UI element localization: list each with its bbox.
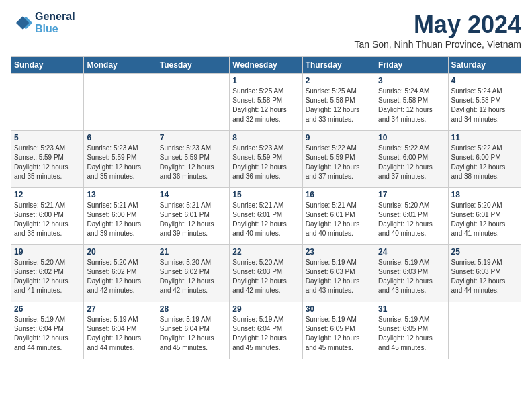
day-number: 16: [306, 190, 372, 199]
calendar-week-row: 1Sunrise: 5:25 AMSunset: 5:58 PMDaylight…: [11, 74, 521, 131]
day-info: Sunrise: 5:20 AMSunset: 6:02 PMDaylight:…: [14, 258, 81, 295]
table-row: 24Sunrise: 5:19 AMSunset: 6:03 PMDayligh…: [375, 245, 448, 302]
day-info: Sunrise: 5:20 AMSunset: 6:03 PMDaylight:…: [232, 258, 299, 295]
day-info: Sunrise: 5:19 AMSunset: 6:03 PMDaylight:…: [378, 258, 445, 295]
table-row: 25Sunrise: 5:19 AMSunset: 6:03 PMDayligh…: [448, 245, 521, 302]
table-row: 29Sunrise: 5:19 AMSunset: 6:04 PMDayligh…: [230, 302, 302, 359]
table-row: [11, 74, 84, 131]
day-number: 2: [306, 76, 372, 85]
table-row: 19Sunrise: 5:20 AMSunset: 6:02 PMDayligh…: [11, 245, 84, 302]
table-row: [157, 74, 229, 131]
calendar-table: Sunday Monday Tuesday Wednesday Thursday…: [11, 56, 521, 359]
day-info: Sunrise: 5:20 AMSunset: 6:02 PMDaylight:…: [160, 258, 226, 295]
day-info: Sunrise: 5:21 AMSunset: 6:01 PMDaylight:…: [160, 201, 226, 238]
col-tuesday: Tuesday: [157, 57, 229, 74]
table-row: 23Sunrise: 5:19 AMSunset: 6:03 PMDayligh…: [302, 245, 375, 302]
day-info: Sunrise: 5:20 AMSunset: 6:01 PMDaylight:…: [378, 201, 445, 238]
table-row: 31Sunrise: 5:19 AMSunset: 6:05 PMDayligh…: [375, 302, 448, 359]
table-row: 9Sunrise: 5:22 AMSunset: 5:59 PMDaylight…: [302, 131, 375, 188]
day-number: 1: [232, 76, 299, 85]
day-info: Sunrise: 5:19 AMSunset: 6:03 PMDaylight:…: [451, 258, 518, 295]
day-info: Sunrise: 5:21 AMSunset: 6:01 PMDaylight:…: [232, 201, 299, 238]
day-number: 24: [378, 247, 445, 257]
day-number: 18: [451, 190, 518, 199]
day-info: Sunrise: 5:19 AMSunset: 6:04 PMDaylight:…: [14, 315, 81, 353]
calendar-week-row: 5Sunrise: 5:23 AMSunset: 5:59 PMDaylight…: [11, 131, 521, 188]
day-number: 22: [232, 247, 299, 257]
day-number: 31: [378, 304, 445, 314]
day-info: Sunrise: 5:25 AMSunset: 5:58 PMDaylight:…: [306, 87, 372, 124]
col-friday: Friday: [375, 57, 448, 74]
day-info: Sunrise: 5:22 AMSunset: 5:59 PMDaylight:…: [306, 144, 372, 181]
day-info: Sunrise: 5:19 AMSunset: 6:04 PMDaylight:…: [160, 315, 226, 353]
day-info: Sunrise: 5:24 AMSunset: 5:58 PMDaylight:…: [451, 87, 518, 124]
location-title: Tan Son, Ninh Thuan Province, Vietnam: [354, 39, 521, 50]
table-row: 7Sunrise: 5:23 AMSunset: 5:59 PMDaylight…: [157, 131, 229, 188]
table-row: 2Sunrise: 5:25 AMSunset: 5:58 PMDaylight…: [302, 74, 375, 131]
day-info: Sunrise: 5:20 AMSunset: 6:02 PMDaylight:…: [87, 258, 153, 295]
day-info: Sunrise: 5:21 AMSunset: 6:00 PMDaylight:…: [14, 201, 81, 238]
table-row: 11Sunrise: 5:22 AMSunset: 6:00 PMDayligh…: [448, 131, 521, 188]
day-info: Sunrise: 5:19 AMSunset: 6:03 PMDaylight:…: [306, 258, 372, 295]
calendar-week-row: 12Sunrise: 5:21 AMSunset: 6:00 PMDayligh…: [11, 188, 521, 245]
day-number: 21: [160, 247, 226, 257]
day-info: Sunrise: 5:23 AMSunset: 5:59 PMDaylight:…: [160, 144, 226, 181]
day-number: 11: [451, 133, 518, 142]
day-number: 17: [378, 190, 445, 199]
day-info: Sunrise: 5:19 AMSunset: 6:05 PMDaylight:…: [306, 315, 372, 353]
day-number: 9: [306, 133, 372, 142]
day-info: Sunrise: 5:19 AMSunset: 6:04 PMDaylight:…: [232, 315, 299, 353]
day-info: Sunrise: 5:21 AMSunset: 6:00 PMDaylight:…: [87, 201, 153, 238]
day-info: Sunrise: 5:24 AMSunset: 5:58 PMDaylight:…: [378, 87, 445, 124]
table-row: 15Sunrise: 5:21 AMSunset: 6:01 PMDayligh…: [230, 188, 302, 245]
day-number: 30: [306, 304, 372, 314]
table-row: 3Sunrise: 5:24 AMSunset: 5:58 PMDaylight…: [375, 74, 448, 131]
table-row: 10Sunrise: 5:22 AMSunset: 6:00 PMDayligh…: [375, 131, 448, 188]
table-row: 28Sunrise: 5:19 AMSunset: 6:04 PMDayligh…: [157, 302, 229, 359]
table-row: 26Sunrise: 5:19 AMSunset: 6:04 PMDayligh…: [11, 302, 84, 359]
calendar-header-row: Sunday Monday Tuesday Wednesday Thursday…: [11, 57, 521, 74]
title-area: May 2024 Tan Son, Ninh Thuan Province, V…: [354, 11, 521, 50]
day-number: 12: [14, 190, 81, 199]
day-number: 6: [87, 133, 153, 142]
table-row: 6Sunrise: 5:23 AMSunset: 5:59 PMDaylight…: [84, 131, 157, 188]
day-number: 27: [87, 304, 153, 314]
table-row: 12Sunrise: 5:21 AMSunset: 6:00 PMDayligh…: [11, 188, 84, 245]
day-number: 14: [160, 190, 226, 199]
table-row: 21Sunrise: 5:20 AMSunset: 6:02 PMDayligh…: [157, 245, 229, 302]
table-row: 30Sunrise: 5:19 AMSunset: 6:05 PMDayligh…: [302, 302, 375, 359]
table-row: 16Sunrise: 5:21 AMSunset: 6:01 PMDayligh…: [302, 188, 375, 245]
table-row: 22Sunrise: 5:20 AMSunset: 6:03 PMDayligh…: [230, 245, 302, 302]
day-number: 20: [87, 247, 153, 257]
day-number: 26: [14, 304, 81, 314]
day-info: Sunrise: 5:25 AMSunset: 5:58 PMDaylight:…: [232, 87, 299, 124]
day-number: 28: [160, 304, 226, 314]
logo-icon: [11, 12, 32, 34]
calendar-week-row: 26Sunrise: 5:19 AMSunset: 6:04 PMDayligh…: [11, 302, 521, 359]
day-info: Sunrise: 5:23 AMSunset: 5:59 PMDaylight:…: [232, 144, 299, 181]
day-number: 13: [87, 190, 153, 199]
table-row: 4Sunrise: 5:24 AMSunset: 5:58 PMDaylight…: [448, 74, 521, 131]
table-row: 27Sunrise: 5:19 AMSunset: 6:04 PMDayligh…: [84, 302, 157, 359]
page-header: General Blue May 2024 Tan Son, Ninh Thua…: [11, 11, 521, 50]
day-info: Sunrise: 5:21 AMSunset: 6:01 PMDaylight:…: [306, 201, 372, 238]
day-info: Sunrise: 5:22 AMSunset: 6:00 PMDaylight:…: [378, 144, 445, 181]
day-number: 10: [378, 133, 445, 142]
col-thursday: Thursday: [302, 57, 375, 74]
day-number: 7: [160, 133, 226, 142]
day-info: Sunrise: 5:20 AMSunset: 6:01 PMDaylight:…: [451, 201, 518, 238]
table-row: 8Sunrise: 5:23 AMSunset: 5:59 PMDaylight…: [230, 131, 302, 188]
day-number: 19: [14, 247, 81, 257]
col-wednesday: Wednesday: [230, 57, 302, 74]
month-title: May 2024: [354, 11, 521, 39]
table-row: 14Sunrise: 5:21 AMSunset: 6:01 PMDayligh…: [157, 188, 229, 245]
day-number: 25: [451, 247, 518, 257]
day-info: Sunrise: 5:19 AMSunset: 6:04 PMDaylight:…: [87, 315, 153, 353]
table-row: 17Sunrise: 5:20 AMSunset: 6:01 PMDayligh…: [375, 188, 448, 245]
day-number: 8: [232, 133, 299, 142]
table-row: [84, 74, 157, 131]
logo: General Blue: [11, 11, 75, 35]
table-row: [448, 302, 521, 359]
table-row: 13Sunrise: 5:21 AMSunset: 6:00 PMDayligh…: [84, 188, 157, 245]
day-info: Sunrise: 5:19 AMSunset: 6:05 PMDaylight:…: [378, 315, 445, 353]
